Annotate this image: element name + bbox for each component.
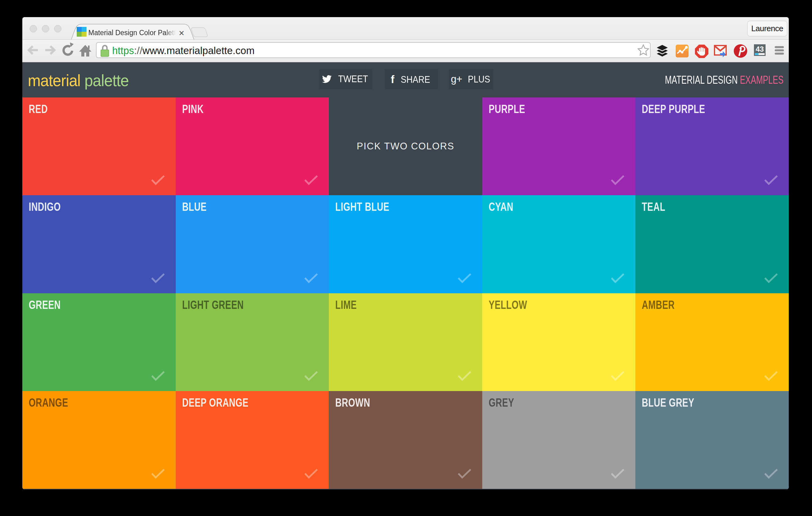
svg-text:43: 43 [756,45,764,53]
